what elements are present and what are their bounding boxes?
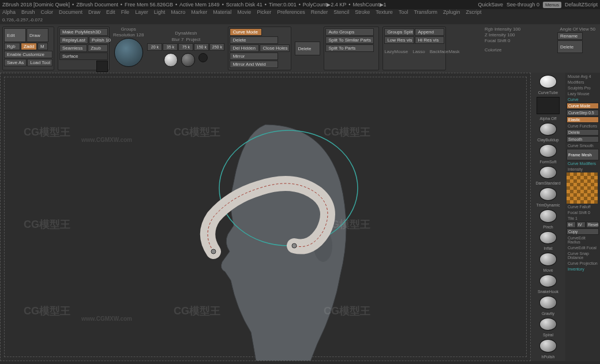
lazymouse-toggle[interactable]: LazyMouse xyxy=(384,49,408,54)
enable-customize[interactable]: Enable Customize xyxy=(4,51,52,58)
menu-macro[interactable]: Macro xyxy=(171,9,185,17)
menu-texture[interactable]: Texture xyxy=(376,9,393,17)
m-button[interactable]: M xyxy=(38,43,48,50)
menu-zscript[interactable]: Zscript xyxy=(466,9,482,17)
navigation-sphere[interactable] xyxy=(114,38,143,67)
copy-button[interactable]: Copy xyxy=(567,228,599,235)
seethrough-slider[interactable]: See-through 0 xyxy=(507,2,539,7)
material-sphere-1[interactable] xyxy=(164,53,178,67)
menu-tool[interactable]: Tool xyxy=(399,9,408,17)
brush-snakehook[interactable] xyxy=(539,275,557,288)
make-polymesh-button[interactable]: Make PolyMesh3D xyxy=(59,28,108,36)
rgb-intensity-slider[interactable]: Rgb Intensity 100 xyxy=(485,27,554,32)
mouse-avg-slider[interactable]: Mouse Avg 4 xyxy=(567,74,599,79)
poly-75k[interactable]: 75 k xyxy=(178,43,193,51)
replaylast-button[interactable]: ReplayLast xyxy=(59,36,88,44)
viewport[interactable]: CG模型王 CG模型王 CG模型王 CG模型王 CG模型王 CG模型王 CG模型… xyxy=(0,73,531,361)
brush-trimdynamic[interactable] xyxy=(539,187,557,201)
menu-material[interactable]: Material xyxy=(213,9,231,17)
draw-mode-button[interactable]: Draw xyxy=(27,28,48,42)
brush-gravity[interactable] xyxy=(539,296,557,309)
menu-transform[interactable]: Transform xyxy=(414,9,437,17)
frame-mesh-button[interactable]: Frame Mesh xyxy=(567,149,599,160)
rename-button[interactable]: Rename xyxy=(557,32,583,40)
rgb-button[interactable]: Rgb xyxy=(4,43,20,50)
polish-slider[interactable]: Polish 10 xyxy=(89,36,110,44)
brush-curvetube[interactable] xyxy=(539,75,557,88)
menu-stroke[interactable]: Stroke xyxy=(355,9,370,17)
curveedit-focal[interactable]: CurveEdit Focal xyxy=(567,245,599,250)
menu-render[interactable]: Render xyxy=(311,9,328,17)
seamless-button[interactable]: Seamless xyxy=(59,44,87,52)
focal-shift-slider[interactable]: Focal Shift 0 xyxy=(485,38,554,43)
poly-250k[interactable]: 250 k xyxy=(209,43,224,51)
brush-pinch[interactable] xyxy=(539,209,557,223)
focal-shift-slider-2[interactable]: Focal Shift 0 xyxy=(567,210,599,215)
del-hidden-button[interactable]: Del Hidden xyxy=(230,44,259,52)
curve-projection[interactable]: Curve Projection xyxy=(567,261,599,266)
hires-button[interactable]: Hi Res vis xyxy=(415,36,444,44)
append-button[interactable]: Append xyxy=(415,28,444,36)
auto-groups-button[interactable]: Auto Groups xyxy=(325,28,374,36)
project-toggle[interactable]: Project xyxy=(186,37,200,42)
intensity-toggle[interactable]: Intensity xyxy=(567,167,599,172)
menu-light[interactable]: Light xyxy=(154,9,166,17)
default-zscript[interactable]: DefaultZScript xyxy=(565,2,598,7)
alpha-slot[interactable] xyxy=(537,97,560,114)
menu-alpha[interactable]: Alpha xyxy=(2,9,16,17)
mirror-weld-button[interactable]: Mirror And Weld xyxy=(230,61,278,68)
sculptris-toggle[interactable]: Sculptris Pro xyxy=(567,85,599,91)
mirror-button[interactable]: Mirror xyxy=(230,52,278,60)
poly-35k[interactable]: 35 k xyxy=(163,43,178,51)
lasso-toggle[interactable]: Lasso xyxy=(412,49,425,54)
curvestep-slider[interactable]: CurveStep 0.5 xyxy=(567,110,599,116)
elastic-toggle[interactable]: Elastic xyxy=(567,117,599,123)
curve-smooth-slider[interactable]: Curve Smooth xyxy=(567,143,599,148)
sculpt-canvas[interactable] xyxy=(127,102,404,361)
poly-150k[interactable]: 150 k xyxy=(194,43,209,51)
brush-formsoft[interactable] xyxy=(539,144,557,157)
menu-draw[interactable]: Draw xyxy=(88,9,100,17)
menu-stencil[interactable]: Stencil xyxy=(333,9,349,17)
blur-slider[interactable]: Blur 7 xyxy=(171,37,183,42)
backface-toggle[interactable]: BackfaceMask xyxy=(430,49,460,54)
delete-button[interactable]: Delete xyxy=(230,36,278,44)
aov-slider[interactable]: Angle Of View 50 xyxy=(557,27,598,32)
menu-brush[interactable]: Brush xyxy=(21,9,35,17)
menu-picker[interactable]: Picker xyxy=(257,9,271,17)
tv-button[interactable]: tV xyxy=(576,222,586,228)
edit-mode-button[interactable]: Edit xyxy=(4,28,26,42)
menu-edit[interactable]: Edit xyxy=(106,9,115,17)
lowres-button[interactable]: Low Res vis xyxy=(384,36,414,44)
z-intensity-slider[interactable]: Z Intensity 100 xyxy=(485,32,554,37)
brush-spiral[interactable] xyxy=(539,318,557,331)
curve-delete-button[interactable]: Delete xyxy=(567,129,599,136)
saveas-button[interactable]: Save As xyxy=(4,59,27,66)
menu-movie[interactable]: Movie xyxy=(237,9,251,17)
reset-button[interactable]: Reset xyxy=(586,222,599,228)
delete-subtool-button[interactable]: Delete xyxy=(557,40,583,53)
delete-button-2[interactable]: Delete xyxy=(295,42,320,55)
quicksave-button[interactable]: QuickSave xyxy=(478,2,503,7)
brush-hpolish[interactable] xyxy=(539,339,557,352)
menu-color[interactable]: Color xyxy=(41,9,54,17)
material-sphere-3[interactable] xyxy=(198,53,208,62)
curve-snap[interactable]: Curve Snap Distance xyxy=(567,251,599,260)
menu-marker[interactable]: Marker xyxy=(191,9,207,17)
menu-file[interactable]: File xyxy=(121,9,130,17)
menu-document[interactable]: Document xyxy=(59,9,82,17)
menu-zplugin[interactable]: Zplugin xyxy=(443,9,460,17)
brush-claybuildup[interactable] xyxy=(539,123,557,136)
colorize-toggle[interactable]: Colorize xyxy=(485,47,554,52)
curveedit-radius[interactable]: CurveEdit Radius xyxy=(567,235,599,245)
brush-damstandard[interactable] xyxy=(539,166,557,179)
close-holes-button[interactable]: Close Holes xyxy=(260,44,290,52)
th-button[interactable]: tH xyxy=(567,222,576,228)
qr-icon[interactable] xyxy=(96,61,108,72)
menus-toggle[interactable]: Menus xyxy=(543,2,561,8)
menu-preferences[interactable]: Preferences xyxy=(277,9,305,17)
surface-button[interactable]: Surface xyxy=(59,52,108,60)
material-sphere-2[interactable] xyxy=(181,53,195,67)
loadtool-button[interactable]: Load Tool xyxy=(27,59,52,66)
brush-move[interactable] xyxy=(539,253,557,266)
